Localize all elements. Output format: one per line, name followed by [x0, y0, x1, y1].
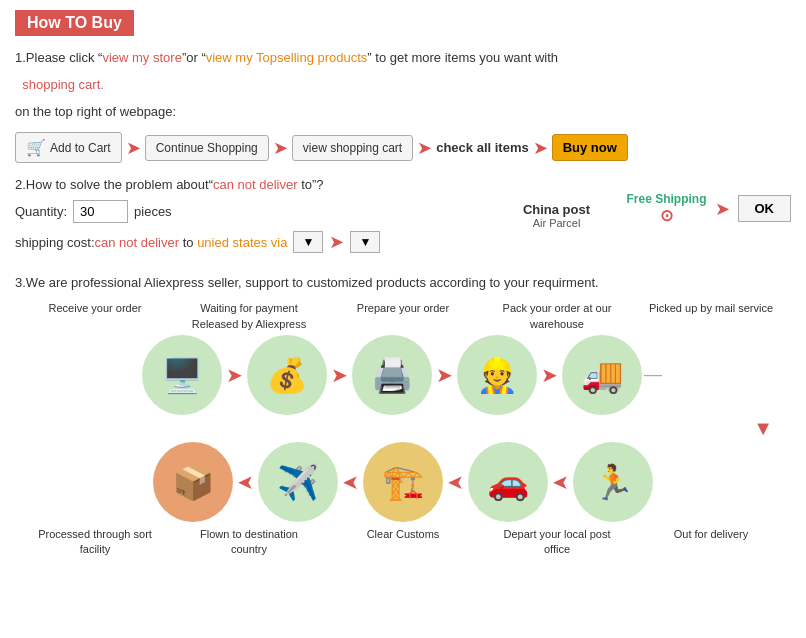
flow-diagram: Receive your order Waiting for payment R…: [15, 300, 791, 556]
dropdown-btn-1[interactable]: ▼: [293, 231, 323, 253]
step-add-to-cart-label: Add to Cart: [50, 141, 111, 155]
label-payment: Waiting for payment Released by Aliexpre…: [184, 300, 314, 331]
section1-red: shopping cart.: [15, 75, 791, 96]
section2: 2.How to solve the problem about“can not…: [15, 177, 791, 259]
row2-icons: 🏃 ➤ 🚗 ➤ 🏗️ ➤ ✈️ ➤ 📦: [153, 442, 653, 522]
view-topselling-link[interactable]: view my Topselling products: [206, 50, 368, 65]
quantity-row: Quantity: pieces: [15, 200, 486, 223]
cart-icon: 🛒: [26, 138, 46, 157]
dropdown-btn-2[interactable]: ▼: [350, 231, 380, 253]
arrow-1: ➤: [126, 139, 141, 157]
view-my-store-link[interactable]: view my store: [102, 50, 181, 65]
page-title: How TO Buy: [27, 14, 122, 31]
china-post-title: China post: [516, 202, 596, 217]
label-flown: Flown to destination country: [184, 526, 314, 556]
icon-payment: 💰: [247, 335, 327, 415]
steps-bar: 🛒 Add to Cart ➤ Continue Shopping ➤ view…: [15, 132, 791, 163]
free-shipping-label: Free Shipping: [626, 192, 706, 206]
quantity-label: Quantity:: [15, 204, 67, 219]
row1-labels: Receive your order Waiting for payment R…: [30, 300, 776, 331]
v-connector-down: ▼: [28, 417, 778, 440]
icon-pack: 👷: [457, 335, 537, 415]
arrow-shipping-2: ➤: [715, 200, 730, 218]
ok-button[interactable]: OK: [738, 195, 792, 222]
icon-prepare: 🖨️: [352, 335, 432, 415]
free-shipping-box: Free Shipping ⊙: [626, 192, 706, 225]
icon-plane: ✈️: [258, 442, 338, 522]
label-depart: Depart your local post office: [492, 526, 622, 556]
label-receive: Receive your order: [30, 300, 160, 331]
quantity-unit: pieces: [134, 204, 172, 219]
label-pickup: Picked up by mail service: [646, 300, 776, 331]
arrow-2: ➤: [273, 139, 288, 157]
label-customs: Clear Customs: [338, 526, 468, 556]
section1-intro: 1.Please click “view my store”or “view m…: [15, 48, 791, 69]
shopping-cart-text: shopping cart.: [22, 77, 104, 92]
arrow-4: ➤: [533, 139, 548, 157]
shipping-cost-label: shipping cost:can not deliver to unied s…: [15, 235, 287, 250]
step-buy-now-label: Buy now: [563, 140, 617, 155]
label-delivery: Out for delivery: [646, 526, 776, 556]
page-title-bar: How TO Buy: [15, 10, 134, 36]
row1-icons: 🖥️ ➤ 💰 ➤ 🖨️ ➤ 👷 ➤ 🚚 —: [142, 335, 664, 415]
arrow-r1-3: ➤: [436, 363, 453, 387]
step-check-all-label: check all items: [436, 140, 529, 155]
arrow-3: ➤: [417, 139, 432, 157]
section3: 3.We are professional Aliexpress seller,…: [15, 275, 791, 556]
arrow-shipping-1: ➤: [329, 233, 344, 251]
section2-heading: 2.How to solve the problem about“can not…: [15, 177, 791, 192]
section2-left: Quantity: pieces shipping cost:can not d…: [15, 192, 486, 259]
arrow-r1-4: ➤: [541, 363, 558, 387]
step-view-cart[interactable]: view shopping cart: [292, 135, 413, 161]
icon-customs: 🏗️: [363, 442, 443, 522]
section2-top: Quantity: pieces shipping cost:can not d…: [15, 192, 791, 259]
label-pack: Pack your order at our warehouse: [492, 300, 622, 331]
arrow-r1-2: ➤: [331, 363, 348, 387]
icon-car: 🚗: [468, 442, 548, 522]
arrow-r2-2: ➤: [447, 470, 464, 494]
dash-end-r1: —: [644, 364, 662, 385]
section1: 1.Please click “view my store”or “view m…: [15, 48, 791, 163]
icon-receive: 🖥️: [142, 335, 222, 415]
cannot-deliver-text: can not deliver: [95, 235, 180, 250]
arrow-r2-3: ➤: [342, 470, 359, 494]
step-buy-now[interactable]: Buy now: [552, 134, 628, 161]
shipping-row: shipping cost:can not deliver to unied s…: [15, 231, 486, 253]
label-sort: Processed through sort facility: [30, 526, 160, 556]
icon-sort: 📦: [153, 442, 233, 522]
icon-delivery: 🏃: [573, 442, 653, 522]
step-check-all[interactable]: check all items: [436, 140, 529, 155]
arrow-r1-1: ➤: [226, 363, 243, 387]
row2-labels: Out for delivery Depart your local post …: [30, 526, 776, 556]
label-prepare: Prepare your order: [338, 300, 468, 331]
arrow-r2-4: ➤: [237, 470, 254, 494]
section3-text: 3.We are professional Aliexpress seller,…: [15, 275, 791, 290]
icon-pickup: 🚚: [562, 335, 642, 415]
arrow-r2-1: ➤: [552, 470, 569, 494]
cannot-deliver-link[interactable]: can not deliver: [213, 177, 298, 192]
destination-link[interactable]: unied states via: [197, 235, 287, 250]
china-post-box: China post Air Parcel: [506, 198, 606, 233]
china-post-sub: Air Parcel: [516, 217, 596, 229]
page-container: How TO Buy 1.Please click “view my store…: [0, 0, 806, 576]
section1-line2: on the top right of webpage:: [15, 102, 791, 123]
step-continue-shopping-label: Continue Shopping: [156, 141, 258, 155]
quantity-input[interactable]: [73, 200, 128, 223]
arrow-down: ▼: [753, 417, 773, 440]
step-continue-shopping[interactable]: Continue Shopping: [145, 135, 269, 161]
step-add-to-cart[interactable]: 🛒 Add to Cart: [15, 132, 122, 163]
free-shipping-dot: ⊙: [626, 206, 706, 225]
free-shipping-section: Free Shipping ⊙ ➤ OK: [626, 192, 791, 225]
step-view-cart-label: view shopping cart: [303, 141, 402, 155]
